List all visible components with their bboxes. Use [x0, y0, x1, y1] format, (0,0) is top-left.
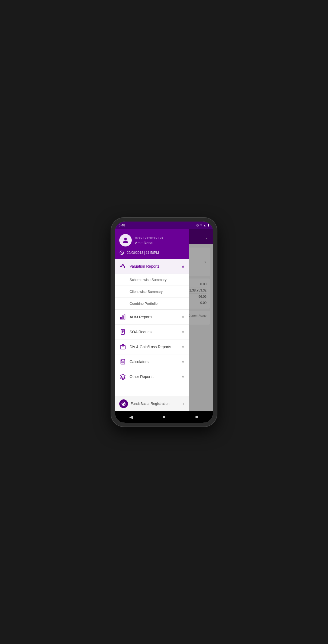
svg-point-19 [124, 362, 124, 362]
svg-point-21 [123, 363, 123, 363]
recent-button[interactable]: ■ [191, 412, 202, 422]
svg-point-0 [124, 238, 127, 240]
screen: 6:48 ◎ ▾ ▲ ▮ ⋮ ₹ [115, 222, 213, 423]
svg-rect-13 [120, 345, 125, 349]
svg-rect-6 [121, 317, 122, 319]
document-icon [119, 328, 126, 335]
svg-point-3 [124, 266, 125, 267]
aum-reports-label: AUM Reports [130, 315, 182, 319]
content-area: ⋮ ₹ Weg CAGR 8.24 ↑ 49,999.00 ₹ › [115, 229, 213, 411]
wifi-icon: ▾ [200, 223, 202, 227]
drawer-date: 29/08/2013 | 11:58PM [127, 251, 159, 255]
svg-line-4 [121, 265, 122, 266]
fundzbazar-logo [119, 399, 128, 408]
status-bar: 6:48 ◎ ▾ ▲ ▮ [115, 222, 213, 229]
bottom-nav: ◀ ● ■ [115, 411, 213, 423]
phone-screen: 6:48 ◎ ▾ ▲ ▮ ⋮ ₹ [115, 222, 213, 423]
calculator-icon [119, 358, 126, 365]
svg-point-17 [121, 362, 122, 362]
other-reports-item[interactable]: Other Reports ∨ [115, 369, 189, 384]
calendar-icon [119, 250, 124, 255]
valuation-reports-item[interactable]: Valuation Reports ∧ [115, 259, 189, 274]
drawer-header: XxXxXxXxXxXxXxX Amit Desai [115, 229, 189, 259]
valuation-reports-label: Valuation Reports [130, 264, 182, 268]
div-gain-loss-item[interactable]: Div & Gain/Loss Reports ∨ [115, 339, 189, 354]
status-indicator-icon: ◎ [196, 223, 199, 227]
status-icons: ◎ ▾ ▲ ▮ [196, 223, 209, 227]
fundzbazar-registration-label: FundzBazar Registration [131, 402, 183, 406]
svg-rect-8 [124, 315, 125, 319]
aum-reports-item[interactable]: AUM Reports ∨ [115, 310, 189, 325]
soa-request-item[interactable]: SOA Request ∨ [115, 325, 189, 339]
svg-point-22 [124, 363, 124, 363]
battery-icon: ▮ [208, 223, 209, 227]
client-wise-summary-item[interactable]: Client wise Summary [115, 286, 189, 298]
calculators-item[interactable]: Calculators ∨ [115, 354, 189, 369]
svg-marker-23 [120, 374, 125, 377]
drawer-footer[interactable]: FundzBazar Registration › [115, 396, 189, 411]
svg-point-18 [123, 362, 123, 362]
bar-chart-icon [119, 313, 126, 321]
date-row: 29/08/2013 | 11:58PM [119, 250, 184, 255]
username-container: XxXxXxXxXxXxXxX Amit Desai [135, 235, 163, 245]
chevron-down-icon-5: ∨ [182, 374, 184, 379]
svg-rect-16 [121, 360, 124, 361]
chevron-down-icon-3: ∨ [182, 345, 184, 349]
nav-section: Valuation Reports ∧ Scheme wise Summary … [115, 259, 189, 396]
phone-device: 6:48 ◎ ▾ ▲ ▮ ⋮ ₹ [111, 218, 217, 427]
username: XxXxXxXxXxXxXxX Amit Desai [135, 236, 163, 245]
div-gain-loss-label: Div & Gain/Loss Reports [130, 345, 182, 349]
user-icon [122, 236, 129, 244]
graph-icon [119, 263, 126, 270]
svg-line-5 [123, 265, 124, 267]
chevron-down-icon-4: ∨ [182, 360, 184, 364]
avatar [119, 234, 132, 246]
combine-portfolio-item[interactable]: Combine Portfolio [115, 298, 189, 310]
layers-icon [119, 373, 126, 380]
soa-request-label: SOA Request [130, 330, 182, 334]
status-time: 6:48 [119, 223, 125, 227]
home-button[interactable]: ● [159, 412, 169, 422]
signal-icon: ▲ [203, 224, 206, 227]
user-row: XxXxXxXxXxXxXxX Amit Desai [119, 234, 184, 246]
scheme-wise-summary-item[interactable]: Scheme wise Summary [115, 274, 189, 286]
svg-point-1 [121, 266, 122, 267]
footer-arrow-icon: › [183, 402, 184, 406]
nav-item-valuation-reports: Valuation Reports ∧ Scheme wise Summary … [115, 259, 189, 310]
chevron-up-icon: ∧ [182, 264, 184, 268]
svg-rect-7 [122, 316, 123, 319]
chevron-down-icon-2: ∨ [182, 330, 184, 334]
navigation-drawer: XxXxXxXxXxXxXxX Amit Desai [115, 229, 189, 411]
chevron-down-icon: ∨ [182, 315, 184, 319]
calculators-label: Calculators [130, 360, 182, 364]
other-reports-label: Other Reports [130, 374, 182, 379]
valuation-sub-items: Scheme wise Summary Client wise Summary … [115, 274, 189, 310]
back-button[interactable]: ◀ [126, 412, 137, 422]
svg-point-20 [121, 363, 122, 363]
file-box-icon [119, 343, 126, 350]
